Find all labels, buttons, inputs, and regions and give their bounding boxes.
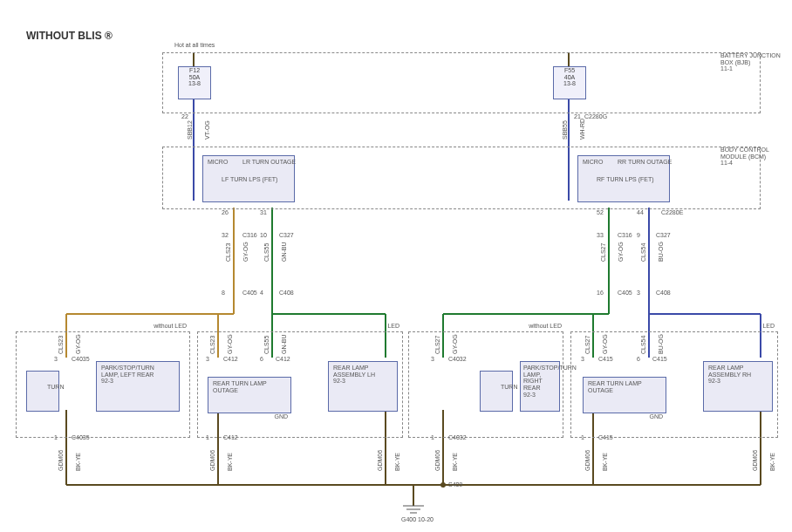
pin-22: 22 (181, 113, 188, 119)
p1a: 1 (54, 434, 58, 440)
c412b: C412 (223, 434, 238, 440)
wire-whrd: WH-RD (579, 119, 585, 140)
cls27-4: CLS27 (584, 336, 591, 354)
rlar-txt: REAR LAMP ASSEMBLY RH92-3 (708, 365, 766, 385)
fuse-f55: F5540A13-8 (553, 66, 586, 99)
pin-32: 32 (222, 232, 229, 238)
lffet: LF TURN LPS (FET) (222, 176, 277, 183)
turn-r: TURN (501, 384, 517, 390)
bkye-5: BK-YE (602, 453, 608, 471)
pstr-txt: PARK/STOP/TURN LAMP, RIGHT REAR92-3 (523, 365, 558, 398)
rffet: RF TURN LPS (FET) (597, 176, 654, 183)
gyogr: GY-OG (618, 242, 624, 262)
bcm-label: BODY CONTROL MODULE (BCM)11-4 (720, 147, 792, 167)
pin-31: 31 (260, 209, 267, 215)
cls55l: CLS55 (263, 243, 270, 262)
pin-26: 26 (222, 209, 229, 215)
c316r: C316 (618, 232, 632, 238)
c4035t: C4035 (72, 356, 90, 362)
bjb-box (162, 52, 761, 113)
cls23-1: CLS23 (58, 336, 64, 354)
c412t: C412 (223, 356, 238, 362)
c415t2: C415 (652, 356, 667, 362)
pin-33: 33 (597, 232, 604, 238)
pin-9: 9 (637, 232, 640, 238)
pin-52: 52 (597, 209, 604, 215)
hot-note: Hot at all times (174, 42, 215, 48)
svg-point-51 (440, 482, 446, 488)
c415t: C415 (598, 356, 613, 362)
g400: G400 10-20 (401, 516, 434, 522)
gnbu-2: GN-BU (281, 334, 287, 354)
c327l: C327 (279, 232, 294, 238)
pin-4: 4 (260, 290, 263, 296)
bkye-3: BK-YE (394, 453, 400, 471)
pin-3d: 3 (581, 356, 584, 362)
gdm06-5: GDM06 (584, 450, 591, 471)
gdm06-4: GDM06 (434, 450, 440, 471)
gnd-l: GND (249, 413, 288, 419)
turn-lamp-l (26, 371, 59, 412)
c327r: C327 (656, 232, 671, 238)
c412t2: C412 (276, 356, 290, 362)
led-r: LED (733, 323, 775, 329)
gnbul: GN-BU (281, 242, 287, 262)
s409: S409 (448, 481, 462, 488)
c4032tl: C4032 (448, 356, 467, 362)
pstl-txt: PARK/STOP/TURN LAMP, LEFT REAR92-3 (101, 365, 173, 385)
rtol-txt: REAR TURN LAMP OUTAGE (213, 380, 284, 393)
cls27r: CLS27 (600, 243, 606, 262)
p1c: 1 (431, 434, 434, 440)
wled-r: without LED (502, 323, 562, 329)
wire-sbb12: SBB12 (187, 120, 193, 140)
pin-6b: 6 (637, 356, 640, 362)
fuse-f12: F1250A13-8 (178, 66, 211, 99)
gdm06-1: GDM06 (58, 450, 64, 471)
turn-l: TURN (47, 384, 64, 390)
gyog-4: GY-OG (602, 334, 608, 354)
gdm06-2: GDM06 (209, 450, 215, 471)
cls27-3: CLS27 (434, 336, 440, 354)
pin-3b: 3 (206, 356, 209, 362)
pin-16: 16 (597, 290, 604, 296)
cls55-2: CLS55 (263, 336, 270, 354)
gyog-2: GY-OG (227, 334, 233, 354)
c405l: C405 (242, 290, 257, 296)
gyog-1: GY-OG (75, 334, 81, 354)
rlal-txt: REAR LAMP ASSEMBLY LH92-3 (333, 365, 391, 385)
bkye-6: BK-YE (769, 453, 775, 471)
micro-r: MICRO (583, 159, 603, 165)
c316l: C316 (242, 232, 257, 238)
bkye-4: BK-YE (452, 453, 458, 471)
cls23l: CLS23 (225, 243, 231, 262)
wire-sbb55: SBB55 (562, 120, 568, 140)
gdm06-6: GDM06 (752, 450, 758, 471)
micro-l: MICRO (208, 159, 228, 165)
bjb-label: BATTERY JUNCTION BOX (BJB)11-1 (720, 52, 792, 72)
pin-3a: 3 (54, 356, 58, 362)
gyogl: GY-OG (242, 242, 249, 262)
c405r: C405 (618, 290, 632, 296)
buog-4: BU-OG (658, 334, 664, 354)
p1d: 1 (581, 434, 584, 440)
bkye-1: BK-YE (75, 453, 81, 471)
cls54r: CLS54 (640, 243, 646, 262)
c408l: C408 (279, 290, 294, 296)
lrturn: LR TURN OUTAGE (242, 159, 296, 166)
c408r: C408 (656, 290, 671, 296)
pin-44: 44 (637, 209, 644, 215)
led-l: LED (358, 323, 399, 329)
wiring-diagram: WITHOUT BLIS ® (0, 0, 792, 532)
c4035b: C4035 (72, 434, 90, 440)
p1b: 1 (206, 434, 209, 440)
c4032b: C4032 (448, 434, 467, 440)
pin-6a: 6 (260, 356, 263, 362)
rrturn: RR TURN OUTAGE (618, 159, 672, 166)
conn-c2280g: C2280G (584, 113, 607, 119)
gnd-r: GND (625, 413, 663, 419)
cls54-4: CLS54 (640, 336, 646, 354)
turn-lamp-r (480, 371, 513, 412)
pin-10: 10 (260, 232, 267, 238)
bkye-2: BK-YE (227, 453, 233, 471)
buogr: BU-OG (658, 242, 664, 262)
